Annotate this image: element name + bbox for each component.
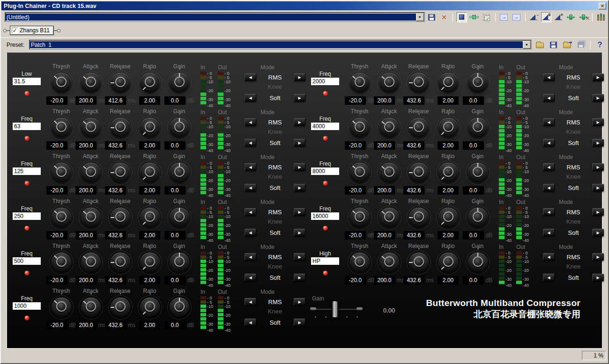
thresh-value[interactable]: -20.0: [46, 321, 67, 329]
thresh-value[interactable]: -20.0: [345, 186, 366, 195]
preset-input[interactable]: [30, 41, 523, 48]
mode-prev-button[interactable]: ◀: [543, 73, 555, 81]
mode-prev-button[interactable]: ◀: [245, 163, 256, 171]
thresh-knob[interactable]: [52, 118, 71, 138]
attack-knob[interactable]: [379, 73, 399, 93]
soft-next-button[interactable]: ▶: [592, 184, 604, 191]
attack-value[interactable]: 200.0: [75, 321, 97, 329]
gain-knob[interactable]: [468, 73, 488, 93]
gain-knob[interactable]: [170, 208, 189, 227]
attack-knob[interactable]: [81, 298, 101, 317]
chain-item-zhangs-b11[interactable]: ✓ Zhangs B11: [10, 26, 54, 35]
soft-next-button[interactable]: ▶: [294, 274, 305, 281]
help-button[interactable]: ?: [594, 39, 605, 51]
mode-next-button[interactable]: ▶: [294, 118, 305, 126]
soft-next-button[interactable]: ▶: [294, 229, 305, 236]
soft-next-button[interactable]: ▶: [294, 319, 305, 326]
thresh-knob[interactable]: [350, 208, 370, 227]
thresh-value[interactable]: -20.0: [345, 276, 366, 284]
ratio-value[interactable]: 2.00: [139, 186, 160, 195]
mode-next-button[interactable]: ▶: [592, 208, 604, 216]
release-value[interactable]: 432.6: [105, 186, 126, 195]
soft-prev-button[interactable]: ◀: [543, 274, 555, 281]
ratio-knob[interactable]: [140, 298, 160, 317]
thresh-value[interactable]: -20.0: [46, 186, 67, 195]
chain-view-button[interactable]: [469, 12, 479, 22]
delete-chain-button[interactable]: ✕: [439, 12, 449, 22]
attack-knob[interactable]: [379, 163, 399, 182]
ratio-value[interactable]: 2.00: [438, 96, 459, 105]
save-chain-button[interactable]: [427, 12, 437, 22]
attack-knob[interactable]: [81, 253, 101, 272]
release-knob[interactable]: [409, 253, 429, 272]
mode-next-button[interactable]: ▶: [294, 253, 305, 261]
soft-prev-button[interactable]: ◀: [245, 274, 256, 281]
preset-import-button[interactable]: ➔: [562, 39, 572, 51]
soft-prev-button[interactable]: ◀: [245, 139, 256, 146]
gain-value[interactable]: 0.0: [463, 276, 484, 284]
band-freq-input[interactable]: [311, 212, 339, 220]
release-knob[interactable]: [409, 73, 429, 93]
thresh-knob[interactable]: [350, 253, 370, 272]
fade-minus-button[interactable]: -: [529, 12, 539, 22]
ratio-value[interactable]: 2.00: [139, 141, 160, 150]
release-value[interactable]: 432.6: [105, 321, 126, 329]
mode-next-button[interactable]: ▶: [294, 163, 305, 171]
gain-value[interactable]: 0.0: [463, 141, 484, 150]
band-freq-input[interactable]: [13, 123, 41, 130]
mode-prev-button[interactable]: ◀: [245, 208, 256, 216]
thresh-knob[interactable]: [52, 208, 71, 227]
thresh-knob[interactable]: [52, 298, 71, 317]
ratio-knob[interactable]: [140, 118, 160, 138]
master-gain-handle[interactable]: [332, 301, 339, 318]
release-value[interactable]: 432.6: [105, 141, 126, 150]
gain-value[interactable]: 0.0: [164, 96, 186, 105]
mode-next-button[interactable]: ▶: [592, 73, 604, 81]
release-value[interactable]: 432.6: [403, 231, 424, 240]
mode-next-button[interactable]: ▶: [294, 208, 305, 216]
mode-next-button[interactable]: ▶: [592, 118, 604, 126]
soft-next-button[interactable]: ▶: [294, 94, 305, 102]
move-forward-button[interactable]: →: [499, 12, 509, 22]
gain-value[interactable]: 0.0: [164, 321, 186, 329]
gain-value[interactable]: 0.0: [164, 141, 186, 150]
chain-dropdown-icon[interactable]: ▼: [416, 13, 424, 21]
attack-knob[interactable]: [81, 73, 101, 93]
thresh-value[interactable]: -20.0: [46, 141, 67, 150]
gain-knob[interactable]: [468, 253, 488, 272]
thresh-value[interactable]: -20.0: [46, 231, 67, 240]
soft-next-button[interactable]: ▶: [592, 229, 604, 236]
release-value[interactable]: 432.6: [105, 276, 126, 284]
attack-knob[interactable]: [81, 208, 101, 227]
mode-next-button[interactable]: ▶: [294, 73, 305, 81]
attack-value[interactable]: 200.0: [75, 96, 97, 105]
attack-value[interactable]: 200.0: [374, 186, 395, 195]
band-freq-input[interactable]: [13, 167, 41, 175]
release-knob[interactable]: [409, 163, 429, 182]
attack-value[interactable]: 200.0: [75, 276, 97, 284]
thresh-knob[interactable]: [350, 118, 370, 138]
attack-knob[interactable]: [81, 118, 101, 138]
attack-value[interactable]: 200.0: [374, 141, 395, 150]
gain-value[interactable]: 0.0: [164, 186, 186, 195]
release-knob[interactable]: [111, 73, 130, 93]
mode-prev-button[interactable]: ◀: [245, 73, 256, 81]
gain-value[interactable]: 0.0: [463, 96, 484, 105]
mode-prev-button[interactable]: ◀: [543, 253, 555, 261]
select-all-button[interactable]: [481, 12, 491, 22]
gain-value[interactable]: 0.0: [463, 186, 484, 195]
soft-prev-button[interactable]: ◀: [245, 319, 256, 326]
ratio-knob[interactable]: [438, 118, 458, 138]
master-gain-slider[interactable]: [312, 308, 361, 310]
ratio-value[interactable]: 2.00: [438, 186, 459, 195]
move-to-end-button[interactable]: →: [511, 12, 521, 22]
soft-prev-button[interactable]: ◀: [543, 184, 555, 191]
gain-knob[interactable]: [170, 253, 189, 272]
attack-knob[interactable]: [379, 118, 399, 138]
band-freq-input[interactable]: [13, 302, 41, 310]
thresh-knob[interactable]: [52, 163, 71, 182]
soft-prev-button[interactable]: ◀: [543, 139, 555, 146]
mode-prev-button[interactable]: ◀: [543, 208, 555, 216]
ratio-knob[interactable]: [438, 163, 458, 182]
ratio-value[interactable]: 2.00: [438, 231, 459, 240]
